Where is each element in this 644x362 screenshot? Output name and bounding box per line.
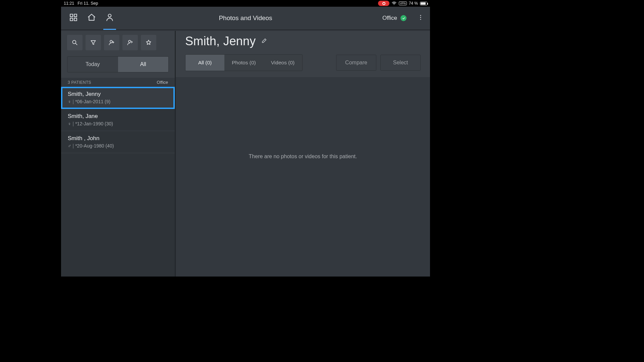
tab-all[interactable]: All (0) [185,55,224,71]
gender-icon: ♀ [68,121,71,126]
overflow-menu-button[interactable] [417,14,424,22]
status-date: Fri 11. Sep [77,1,98,6]
patient-list: Smith, Jenny ♀ | *06-Jan-2011 (9) Smith,… [61,87,175,277]
main-panel: Smith, Jenny All (0) Photos (0) Videos (… [176,31,430,277]
patient-name: Smith, Jane [68,113,168,120]
patient-name: Smith, Jenny [68,91,168,98]
tab-videos[interactable]: Videos (0) [263,55,302,71]
patient-row[interactable]: Smith, Jenny ♀ | *06-Jan-2011 (9) [61,87,175,109]
svg-point-7 [420,19,421,20]
svg-point-8 [72,40,76,44]
svg-point-4 [108,14,111,17]
empty-state-text: There are no photos or videos for this p… [249,154,357,160]
battery-percent: 74 % [409,1,418,6]
media-tabs: All (0) Photos (0) Videos (0) [185,54,303,71]
current-patient-name: Smith, Jenny [185,34,256,48]
vpn-indicator: VPN [399,1,407,5]
favorite-button[interactable] [141,35,156,50]
gender-icon: ♂ [68,143,71,148]
location-label[interactable]: Office [382,15,397,21]
segment-today[interactable]: Today [67,57,118,72]
svg-rect-2 [70,18,73,21]
referred-patient-button[interactable] [122,35,138,50]
status-ok-icon [400,15,407,21]
home-nav-button[interactable] [87,13,96,23]
wifi-icon [391,1,397,6]
select-button[interactable]: Select [380,55,421,71]
filter-button[interactable] [86,35,101,50]
svg-point-6 [420,17,421,18]
patient-dob: *20-Aug-1980 (40) [75,143,114,148]
patient-dob: *12-Jan-1990 (30) [75,121,113,126]
search-button[interactable] [67,35,83,50]
svg-rect-0 [70,14,73,17]
patient-row[interactable]: Smith , John ♂ | *20-Aug-1980 (40) [61,131,175,153]
status-time: 11:21 [64,1,74,6]
battery-icon [420,2,427,5]
edit-patient-button[interactable] [261,38,267,45]
patient-count-label: 3 PATIENTS [68,80,91,85]
segment-all[interactable]: All [118,57,169,72]
patient-row[interactable]: Smith, Jane ♀ | *12-Jan-1990 (30) [61,109,175,131]
grid-nav-button[interactable] [69,13,78,23]
add-patient-button[interactable] [104,35,119,50]
svg-point-9 [110,40,112,43]
status-bar: 11:21 Fri 11. Sep VPN 74 % [61,0,430,7]
svg-rect-1 [74,14,77,17]
recording-indicator [378,1,389,6]
patient-nav-button[interactable] [105,13,114,23]
gender-icon: ♀ [68,99,71,104]
list-location-label: Office [157,80,168,85]
svg-point-10 [128,40,131,43]
page-title: Photos and Videos [219,14,272,22]
svg-rect-3 [74,18,77,21]
sidebar: Today All 3 PATIENTS Office Smith, Jenny… [61,31,176,277]
patient-dob: *06-Jan-2011 (9) [75,99,110,104]
patient-name: Smith , John [68,135,168,142]
time-filter-segment: Today All [67,56,169,72]
compare-button[interactable]: Compare [336,55,376,71]
app-bar: Photos and Videos Office [61,7,430,30]
tab-photos[interactable]: Photos (0) [224,55,263,71]
svg-point-5 [420,15,421,16]
